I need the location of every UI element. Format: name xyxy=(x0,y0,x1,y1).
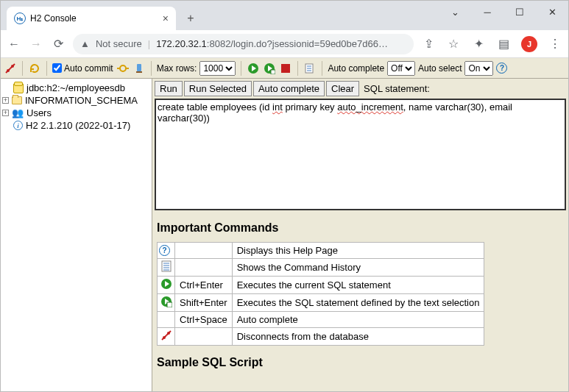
svg-point-28 xyxy=(167,332,170,335)
disconnect-icon[interactable] xyxy=(4,62,17,75)
window-dropdown-icon[interactable]: ⌄ xyxy=(439,1,471,23)
auto-complete-label: Auto complete xyxy=(328,63,384,74)
profile-avatar[interactable]: J xyxy=(521,36,537,52)
not-secure-icon: ▲ xyxy=(80,38,90,49)
url-box[interactable]: ▲ Not secure | 172.20.32.1:8082/login.do… xyxy=(73,34,414,54)
url-rest: :8082/login.do?jsessionid=59ed0be7d66… xyxy=(207,38,388,49)
disconnect-icon xyxy=(160,329,172,341)
tab-close-icon[interactable]: × xyxy=(163,13,169,24)
browser-address-bar: ← → ⟳ ▲ Not secure | 172.20.32.1:8082/lo… xyxy=(1,30,568,58)
nav-back-icon[interactable]: ← xyxy=(7,38,21,51)
table-row: Disconnects from the database xyxy=(158,328,484,346)
table-row: Ctrl+EnterExecutes the current SQL state… xyxy=(158,277,484,294)
important-commands-heading: Important Commands xyxy=(157,221,564,235)
sql-label: SQL statement: xyxy=(364,83,430,94)
svg-point-1 xyxy=(11,65,14,68)
db-tree: jdbc:h2:~/employeesdb +INFORMATION_SCHEM… xyxy=(1,79,152,391)
tree-version: iH2 2.1.210 (2022-01-17) xyxy=(2,119,150,132)
run-selected-icon xyxy=(160,296,172,307)
tree-users[interactable]: +👥Users xyxy=(2,107,150,119)
window-minimize-icon[interactable]: ─ xyxy=(471,1,503,23)
run-icon xyxy=(160,278,172,290)
auto-select-select[interactable]: On xyxy=(464,61,493,76)
auto-complete-button[interactable]: Auto complete xyxy=(253,81,325,96)
help-icon[interactable]: ? xyxy=(496,63,507,74)
svg-rect-6 xyxy=(136,71,142,73)
browser-tab[interactable]: H₂ H2 Console × xyxy=(7,7,176,30)
commands-table: ?Displays this Help Page Shows the Comma… xyxy=(157,242,484,346)
auto-commit-input[interactable] xyxy=(52,63,62,73)
svg-rect-26 xyxy=(167,302,172,307)
tab-title: H2 Console xyxy=(30,13,77,24)
extensions-icon[interactable]: ✦ xyxy=(471,37,486,51)
max-rows-select[interactable]: 1000 xyxy=(199,61,236,76)
expand-icon[interactable]: + xyxy=(2,110,9,116)
history-icon[interactable] xyxy=(303,62,317,75)
sql-button-bar: Run Run Selected Auto complete Clear SQL… xyxy=(152,79,568,99)
clear-button[interactable]: Clear xyxy=(326,81,359,96)
svg-point-0 xyxy=(7,69,10,72)
tree-db[interactable]: jdbc:h2:~/employeesdb xyxy=(2,82,150,94)
max-rows-label: Max rows: xyxy=(157,63,197,74)
svg-rect-11 xyxy=(271,70,275,74)
table-row: Shows the Command History xyxy=(158,259,484,277)
commit-icon[interactable] xyxy=(116,62,130,75)
nav-forward-icon: → xyxy=(29,38,43,51)
h2-toolbar: Auto commit Max rows: 1000 Auto complete… xyxy=(1,58,568,79)
run-selected-button[interactable]: Run Selected xyxy=(184,81,252,96)
nav-reload-icon[interactable]: ⟳ xyxy=(51,37,66,51)
run-icon[interactable] xyxy=(247,62,260,75)
reading-list-icon[interactable]: ▤ xyxy=(496,37,511,51)
sample-sql-heading: Sample SQL Script xyxy=(157,356,564,369)
history-icon xyxy=(161,260,172,272)
run-selected-icon[interactable] xyxy=(263,62,276,75)
tree-schema[interactable]: +INFORMATION_SCHEMA xyxy=(2,94,150,107)
new-tab-button[interactable]: + xyxy=(180,8,201,29)
browser-menu-icon[interactable]: ⋮ xyxy=(548,37,562,51)
url-host: 172.20.32.1 xyxy=(156,38,207,49)
table-row: Shift+EnterExecutes the SQL statement de… xyxy=(158,294,484,312)
svg-rect-12 xyxy=(281,64,290,73)
stop-icon[interactable] xyxy=(279,62,292,75)
window-close-icon[interactable]: ✕ xyxy=(536,1,568,23)
favicon: H₂ xyxy=(14,13,26,24)
bookmark-icon[interactable]: ☆ xyxy=(446,37,461,51)
browser-titlebar: H₂ H2 Console × + ⌄ ─ ☐ ✕ xyxy=(1,1,568,30)
svg-point-27 xyxy=(163,336,166,339)
expand-icon[interactable]: + xyxy=(2,97,9,104)
not-secure-label: Not secure xyxy=(96,38,142,49)
table-row: ?Displays this Help Page xyxy=(158,243,484,259)
auto-select-label: Auto select xyxy=(418,63,462,74)
info-icon: i xyxy=(13,121,23,130)
database-icon xyxy=(13,83,24,93)
auto-complete-select[interactable]: Off xyxy=(387,61,415,76)
refresh-icon[interactable] xyxy=(28,62,41,75)
folder-icon xyxy=(12,96,22,104)
auto-commit-checkbox[interactable]: Auto commit xyxy=(52,63,113,74)
svg-point-2 xyxy=(120,65,126,71)
users-icon: 👥 xyxy=(12,107,24,118)
svg-rect-5 xyxy=(137,64,141,71)
share-icon[interactable]: ⇪ xyxy=(421,37,436,51)
sql-textarea[interactable]: create table employees (id int primary k… xyxy=(155,99,566,210)
window-maximize-icon[interactable]: ☐ xyxy=(503,1,536,23)
table-row: Ctrl+SpaceAuto complete xyxy=(158,312,484,328)
run-button[interactable]: Run xyxy=(155,81,183,96)
help-icon: ? xyxy=(159,245,170,256)
rollback-icon[interactable] xyxy=(132,62,146,75)
